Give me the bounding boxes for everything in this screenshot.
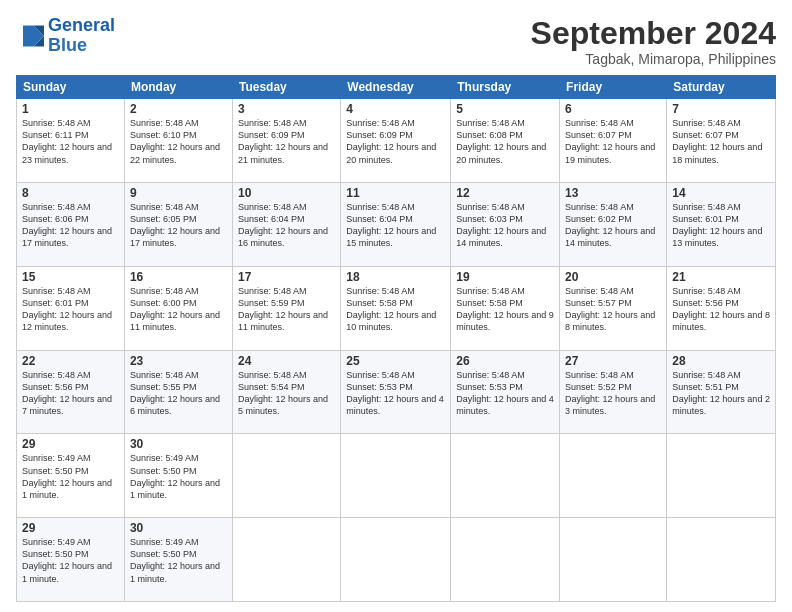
table-cell [341,518,451,602]
day-detail: Sunrise: 5:48 AM Sunset: 5:57 PM Dayligh… [565,285,661,334]
day-number: 24 [238,354,335,368]
page: General Blue September 2024 Tagbak, Mima… [0,0,792,612]
logo-text: General Blue [48,16,115,56]
day-number: 13 [565,186,661,200]
day-detail: Sunrise: 5:49 AM Sunset: 5:50 PM Dayligh… [22,536,119,585]
table-cell: 15 Sunrise: 5:48 AM Sunset: 6:01 PM Dayl… [17,266,125,350]
day-number: 27 [565,354,661,368]
table-cell: 17 Sunrise: 5:48 AM Sunset: 5:59 PM Dayl… [232,266,340,350]
month-title: September 2024 [531,16,776,51]
table-cell [560,434,667,518]
day-detail: Sunrise: 5:48 AM Sunset: 6:04 PM Dayligh… [238,201,335,250]
day-number: 7 [672,102,770,116]
table-cell: 19 Sunrise: 5:48 AM Sunset: 5:58 PM Dayl… [451,266,560,350]
day-detail: Sunrise: 5:48 AM Sunset: 6:07 PM Dayligh… [672,117,770,166]
table-cell: 29 Sunrise: 5:49 AM Sunset: 5:50 PM Dayl… [17,518,125,602]
header: General Blue September 2024 Tagbak, Mima… [16,16,776,67]
day-number: 11 [346,186,445,200]
table-cell: 26 Sunrise: 5:48 AM Sunset: 5:53 PM Dayl… [451,350,560,434]
day-number: 23 [130,354,227,368]
table-cell: 13 Sunrise: 5:48 AM Sunset: 6:02 PM Dayl… [560,182,667,266]
day-detail: Sunrise: 5:48 AM Sunset: 5:51 PM Dayligh… [672,369,770,418]
day-number: 5 [456,102,554,116]
day-detail: Sunrise: 5:49 AM Sunset: 5:50 PM Dayligh… [130,452,227,501]
day-detail: Sunrise: 5:48 AM Sunset: 5:58 PM Dayligh… [456,285,554,334]
table-cell [667,518,776,602]
day-detail: Sunrise: 5:48 AM Sunset: 6:00 PM Dayligh… [130,285,227,334]
day-detail: Sunrise: 5:48 AM Sunset: 5:56 PM Dayligh… [22,369,119,418]
table-cell [232,434,340,518]
logo-line1: General [48,15,115,35]
location: Tagbak, Mimaropa, Philippines [531,51,776,67]
week-row: 15 Sunrise: 5:48 AM Sunset: 6:01 PM Dayl… [17,266,776,350]
day-number: 29 [22,521,119,535]
table-cell: 12 Sunrise: 5:48 AM Sunset: 6:03 PM Dayl… [451,182,560,266]
day-number: 21 [672,270,770,284]
table-cell: 10 Sunrise: 5:48 AM Sunset: 6:04 PM Dayl… [232,182,340,266]
day-detail: Sunrise: 5:48 AM Sunset: 6:11 PM Dayligh… [22,117,119,166]
day-number: 17 [238,270,335,284]
table-cell: 20 Sunrise: 5:48 AM Sunset: 5:57 PM Dayl… [560,266,667,350]
table-cell: 9 Sunrise: 5:48 AM Sunset: 6:05 PM Dayli… [124,182,232,266]
day-number: 26 [456,354,554,368]
day-number: 18 [346,270,445,284]
table-cell [451,518,560,602]
day-number: 9 [130,186,227,200]
table-cell [560,518,667,602]
day-number: 10 [238,186,335,200]
day-detail: Sunrise: 5:48 AM Sunset: 5:53 PM Dayligh… [456,369,554,418]
week-row: 29 Sunrise: 5:49 AM Sunset: 5:50 PM Dayl… [17,434,776,518]
day-detail: Sunrise: 5:48 AM Sunset: 5:55 PM Dayligh… [130,369,227,418]
day-number: 20 [565,270,661,284]
day-detail: Sunrise: 5:48 AM Sunset: 6:07 PM Dayligh… [565,117,661,166]
table-cell: 30 Sunrise: 5:49 AM Sunset: 5:50 PM Dayl… [124,518,232,602]
table-cell: 2 Sunrise: 5:48 AM Sunset: 6:10 PM Dayli… [124,99,232,183]
table-cell [232,518,340,602]
day-number: 1 [22,102,119,116]
week-row: 8 Sunrise: 5:48 AM Sunset: 6:06 PM Dayli… [17,182,776,266]
week-row: 1 Sunrise: 5:48 AM Sunset: 6:11 PM Dayli… [17,99,776,183]
table-cell: 28 Sunrise: 5:48 AM Sunset: 5:51 PM Dayl… [667,350,776,434]
day-detail: Sunrise: 5:48 AM Sunset: 6:03 PM Dayligh… [456,201,554,250]
day-detail: Sunrise: 5:48 AM Sunset: 6:10 PM Dayligh… [130,117,227,166]
day-detail: Sunrise: 5:48 AM Sunset: 6:01 PM Dayligh… [22,285,119,334]
logo-line2: Blue [48,35,87,55]
table-cell: 5 Sunrise: 5:48 AM Sunset: 6:08 PM Dayli… [451,99,560,183]
table-cell [341,434,451,518]
header-sunday: Sunday [17,76,125,99]
day-detail: Sunrise: 5:49 AM Sunset: 5:50 PM Dayligh… [130,536,227,585]
day-detail: Sunrise: 5:48 AM Sunset: 6:08 PM Dayligh… [456,117,554,166]
day-detail: Sunrise: 5:48 AM Sunset: 5:58 PM Dayligh… [346,285,445,334]
day-number: 30 [130,521,227,535]
header-row: Sunday Monday Tuesday Wednesday Thursday… [17,76,776,99]
day-detail: Sunrise: 5:49 AM Sunset: 5:50 PM Dayligh… [22,452,119,501]
table-cell: 14 Sunrise: 5:48 AM Sunset: 6:01 PM Dayl… [667,182,776,266]
day-detail: Sunrise: 5:48 AM Sunset: 6:09 PM Dayligh… [238,117,335,166]
table-cell: 6 Sunrise: 5:48 AM Sunset: 6:07 PM Dayli… [560,99,667,183]
day-number: 2 [130,102,227,116]
table-cell: 22 Sunrise: 5:48 AM Sunset: 5:56 PM Dayl… [17,350,125,434]
table-cell: 7 Sunrise: 5:48 AM Sunset: 6:07 PM Dayli… [667,99,776,183]
table-cell: 3 Sunrise: 5:48 AM Sunset: 6:09 PM Dayli… [232,99,340,183]
day-detail: Sunrise: 5:48 AM Sunset: 5:59 PM Dayligh… [238,285,335,334]
table-cell: 4 Sunrise: 5:48 AM Sunset: 6:09 PM Dayli… [341,99,451,183]
table-cell: 24 Sunrise: 5:48 AM Sunset: 5:54 PM Dayl… [232,350,340,434]
day-number: 29 [22,437,119,451]
day-number: 12 [456,186,554,200]
day-detail: Sunrise: 5:48 AM Sunset: 6:02 PM Dayligh… [565,201,661,250]
header-saturday: Saturday [667,76,776,99]
table-cell: 23 Sunrise: 5:48 AM Sunset: 5:55 PM Dayl… [124,350,232,434]
table-cell [451,434,560,518]
day-number: 16 [130,270,227,284]
day-number: 25 [346,354,445,368]
week-row: 22 Sunrise: 5:48 AM Sunset: 5:56 PM Dayl… [17,350,776,434]
calendar-table: Sunday Monday Tuesday Wednesday Thursday… [16,75,776,602]
header-tuesday: Tuesday [232,76,340,99]
table-cell: 8 Sunrise: 5:48 AM Sunset: 6:06 PM Dayli… [17,182,125,266]
day-number: 4 [346,102,445,116]
day-detail: Sunrise: 5:48 AM Sunset: 5:56 PM Dayligh… [672,285,770,334]
day-number: 28 [672,354,770,368]
day-detail: Sunrise: 5:48 AM Sunset: 6:05 PM Dayligh… [130,201,227,250]
table-cell: 11 Sunrise: 5:48 AM Sunset: 6:04 PM Dayl… [341,182,451,266]
header-thursday: Thursday [451,76,560,99]
